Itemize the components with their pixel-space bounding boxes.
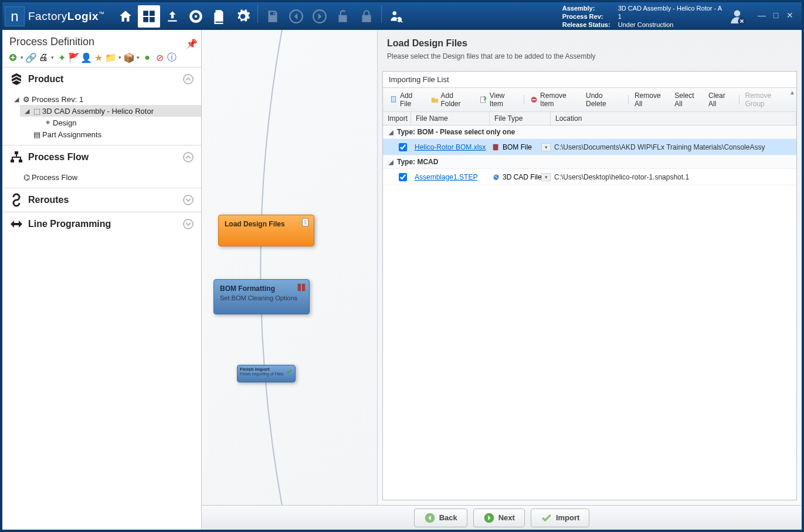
- close-button[interactable]: ✕: [786, 12, 793, 19]
- ok-icon[interactable]: ●: [143, 53, 152, 62]
- nav-back-button[interactable]: [285, 5, 307, 28]
- status-label: Release Status:: [562, 21, 618, 29]
- minimize-button[interactable]: —: [758, 12, 765, 19]
- group-row-bom[interactable]: ◢Type: BOM - Please select only one: [383, 126, 796, 139]
- add-folder-button[interactable]: Add Folder: [428, 90, 476, 109]
- file-type-value: 3D CAD File: [503, 173, 542, 181]
- docs-button[interactable]: [208, 5, 230, 28]
- chevron-up-icon: [182, 151, 194, 163]
- user-avatar[interactable]: [728, 7, 747, 26]
- cube-icon: ⬚: [32, 106, 42, 116]
- svg-rect-9: [19, 160, 22, 162]
- wizard-card-bom[interactable]: BOM Formatting Set BOM Cleaning Options: [213, 279, 310, 314]
- data-row[interactable]: Helico-Rotor BOM.xlsx BOM File▾ C:\Users…: [383, 139, 796, 155]
- section-reroutes[interactable]: Reroutes: [2, 188, 201, 212]
- col-import[interactable]: Import: [383, 112, 411, 125]
- section-product-label: Product: [28, 74, 182, 84]
- list-icon: ▤: [32, 130, 42, 139]
- type-dropdown[interactable]: ▾: [541, 143, 551, 151]
- save-button[interactable]: [262, 5, 284, 28]
- target-button[interactable]: [185, 5, 207, 28]
- lineprog-icon: [9, 217, 23, 231]
- folder-icon[interactable]: 📁: [106, 53, 116, 62]
- section-product[interactable]: Product: [2, 67, 201, 91]
- col-location[interactable]: Location: [551, 112, 796, 125]
- import-button[interactable]: Import: [531, 509, 589, 527]
- add-icon[interactable]: [8, 53, 18, 62]
- tree-node-rev[interactable]: ◢⚙Process Rev: 1: [9, 93, 201, 105]
- remove-all-button[interactable]: Remove All: [631, 90, 671, 109]
- tree-node-design[interactable]: ⌖Design: [30, 117, 201, 128]
- remove-item-button[interactable]: Remove Item: [527, 90, 582, 109]
- add-file-button[interactable]: Add File: [386, 90, 428, 109]
- section-lineprog-label: Line Programming: [28, 219, 182, 229]
- flow-icon: [9, 150, 23, 164]
- app-logo: n FactoryLogix™: [2, 6, 111, 26]
- tree-node-assembly[interactable]: ◢⬚3D CAD Assembly - Helico Rotor: [20, 105, 201, 117]
- file-link[interactable]: Assemblage1.STEP: [415, 173, 477, 181]
- svg-point-11: [184, 195, 193, 205]
- svg-rect-14: [391, 96, 395, 102]
- view-item-button[interactable]: View Item: [476, 90, 521, 109]
- box-icon[interactable]: 📦: [124, 53, 134, 62]
- svg-rect-18: [493, 144, 498, 150]
- star-icon[interactable]: ★: [94, 53, 103, 62]
- flow-sm-icon: ⌬: [21, 172, 32, 182]
- clear-all-button[interactable]: Clear All: [705, 90, 736, 109]
- flag-icon[interactable]: 🚩: [69, 53, 79, 62]
- tree-node-flow[interactable]: ⌬Process Flow: [9, 171, 201, 183]
- wizard-finish-title: Finish Import: [240, 367, 293, 372]
- maximize-button[interactable]: □: [772, 12, 779, 19]
- grid-button[interactable]: [138, 5, 160, 28]
- cad-file-icon: [492, 173, 500, 181]
- home-button[interactable]: [114, 5, 137, 28]
- gear-button[interactable]: [232, 5, 254, 28]
- type-dropdown[interactable]: ▾: [541, 173, 551, 181]
- scroll-up-icon[interactable]: ▲: [789, 89, 795, 96]
- export-button[interactable]: [161, 5, 184, 28]
- unlock-button[interactable]: [332, 5, 354, 28]
- wizard-card-load[interactable]: Load Design Files: [218, 215, 314, 246]
- chevron-up-icon: [182, 73, 194, 85]
- search-user-button[interactable]: [385, 5, 408, 28]
- undo-delete-button[interactable]: Undo Delete: [582, 90, 626, 109]
- data-row[interactable]: Assemblage1.STEP 3D CAD File▾ C:\Users\D…: [383, 169, 796, 185]
- back-button[interactable]: Back: [414, 509, 467, 527]
- next-button[interactable]: Next: [473, 509, 525, 527]
- right-panel: Load Design Files Please select the Desi…: [377, 30, 802, 505]
- col-name[interactable]: File Name: [411, 112, 490, 125]
- puzzle-icon[interactable]: ✦: [57, 53, 66, 62]
- status-value: Under Construction: [618, 21, 674, 29]
- section-lineprog[interactable]: Line Programming: [2, 212, 201, 236]
- group-row-mcad[interactable]: ◢Type: MCAD: [383, 155, 796, 169]
- grid-header: Import File Name File Type Location: [383, 112, 796, 126]
- nav-fwd-button[interactable]: [308, 5, 331, 28]
- gear-sm-icon: ⚙: [21, 94, 32, 104]
- import-checkbox[interactable]: [399, 173, 407, 181]
- tree-node-parts[interactable]: ▤Part Assignments: [20, 128, 201, 140]
- lock-button[interactable]: [355, 5, 378, 28]
- wizard-load-title: Load Design Files: [225, 220, 308, 228]
- sidebar: Process Definition 📌 ▾ 🔗 🖨 ▾ ✦ 🚩 👤 ★ 📁 ▾…: [2, 30, 202, 530]
- select-all-button[interactable]: Select All: [671, 90, 705, 109]
- col-type[interactable]: File Type: [490, 112, 551, 125]
- wizard-bom-title: BOM Formatting: [220, 284, 303, 293]
- check-icon: [286, 368, 293, 375]
- pin-icon[interactable]: 📌: [186, 38, 194, 46]
- design-icon: ⌖: [42, 118, 53, 127]
- section-flow[interactable]: Process Flow: [2, 145, 201, 169]
- svg-point-3: [734, 10, 741, 16]
- check-icon: [541, 512, 552, 524]
- print-icon[interactable]: 🖨: [39, 53, 48, 62]
- wizard-card-finish[interactable]: Finish Import Finish Importing of Files: [237, 365, 296, 382]
- file-link[interactable]: Helico-Rotor BOM.xlsx: [415, 143, 486, 151]
- arrow-left-icon: [424, 512, 436, 524]
- doc-icon: [301, 218, 311, 228]
- svg-point-10: [184, 153, 193, 162]
- link-icon[interactable]: 🔗: [26, 53, 36, 62]
- cancel-icon[interactable]: ⊘: [155, 53, 164, 62]
- info-icon[interactable]: ⓘ: [167, 53, 177, 62]
- svg-point-12: [184, 219, 193, 229]
- person-icon[interactable]: 👤: [82, 53, 91, 62]
- import-checkbox[interactable]: [399, 143, 407, 151]
